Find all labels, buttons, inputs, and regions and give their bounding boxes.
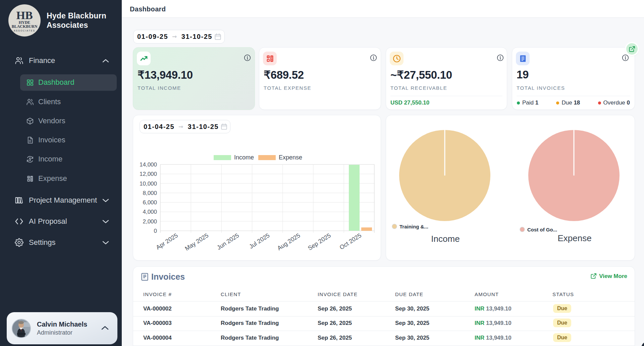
svg-text:8,000: 8,000 [143, 190, 157, 196]
svg-text:BLACKBURN: BLACKBURN [12, 24, 38, 29]
svg-text:Expense: Expense [279, 154, 302, 161]
svg-text:Oct 2025: Oct 2025 [338, 232, 363, 251]
svg-text:4,000: 4,000 [143, 209, 157, 215]
svg-text:2,000: 2,000 [143, 218, 157, 225]
svg-text:Apr 2025: Apr 2025 [155, 232, 179, 251]
svg-text:Sep 2025: Sep 2025 [307, 232, 332, 252]
svg-text:6,000: 6,000 [143, 199, 157, 206]
svg-text:14,000: 14,000 [140, 161, 157, 168]
svg-text:Expense: Expense [557, 233, 591, 243]
svg-text:Training &...: Training &... [399, 224, 428, 229]
svg-text:Income: Income [234, 154, 254, 161]
svg-text:May 2025: May 2025 [184, 232, 210, 252]
svg-text:Cost of Go...: Cost of Go... [527, 227, 557, 232]
svg-text:Income: Income [431, 234, 460, 244]
svg-text:Aug 2025: Aug 2025 [276, 232, 302, 252]
svg-text:Jun 2025: Jun 2025 [216, 232, 240, 251]
svg-text:Jul 2025: Jul 2025 [248, 232, 271, 250]
svg-text:10,000: 10,000 [140, 181, 157, 187]
svg-text:ASSOCIATES: ASSOCIATES [14, 29, 35, 32]
svg-text:0: 0 [154, 228, 157, 234]
svg-text:HB: HB [16, 9, 33, 21]
svg-text:12,000: 12,000 [140, 171, 157, 177]
